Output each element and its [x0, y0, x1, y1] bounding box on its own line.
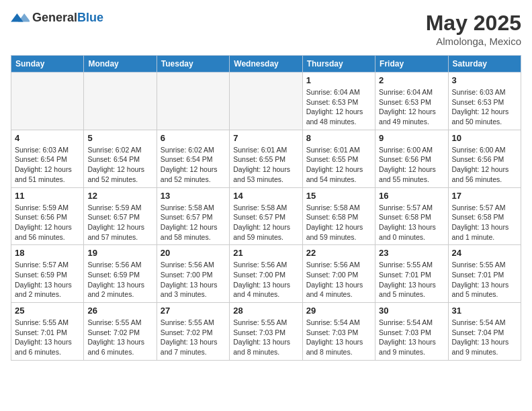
day-info: Sunrise: 5:55 AMSunset: 7:01 PMDaylight:… [379, 260, 444, 300]
logo-text-general: General [32, 11, 77, 24]
calendar-cell: 18Sunrise: 5:57 AMSunset: 6:59 PMDayligh… [11, 245, 84, 303]
day-info: Sunrise: 5:55 AMSunset: 7:01 PMDaylight:… [15, 318, 80, 357]
calendar-cell: 16Sunrise: 5:57 AMSunset: 6:58 PMDayligh… [375, 187, 448, 245]
day-info: Sunrise: 5:55 AMSunset: 7:03 PMDaylight:… [233, 318, 298, 357]
calendar-header: SundayMondayTuesdayWednesdayThursdayFrid… [11, 56, 521, 73]
calendar-week-row: 18Sunrise: 5:57 AMSunset: 6:59 PMDayligh… [11, 245, 521, 303]
calendar-cell: 2Sunrise: 6:04 AMSunset: 6:53 PMDaylight… [375, 73, 448, 130]
day-info: Sunrise: 6:00 AMSunset: 6:56 PMDaylight:… [452, 145, 517, 185]
calendar-title: May 2025 [426, 11, 521, 36]
day-number: 28 [233, 306, 298, 316]
day-of-week-header: Saturday [448, 56, 521, 73]
day-number: 16 [379, 191, 444, 201]
header-row: SundayMondayTuesdayWednesdayThursdayFrid… [11, 56, 521, 73]
day-number: 25 [15, 306, 80, 316]
calendar-body: 1Sunrise: 6:04 AMSunset: 6:53 PMDaylight… [11, 73, 521, 361]
calendar-cell: 17Sunrise: 5:57 AMSunset: 6:58 PMDayligh… [448, 187, 521, 245]
logo-icon [11, 11, 30, 25]
title-block: May 2025 Almolonga, Mexico [426, 11, 521, 47]
day-of-week-header: Friday [375, 56, 448, 73]
day-info: Sunrise: 5:54 AMSunset: 7:04 PMDaylight:… [452, 318, 517, 357]
day-number: 30 [379, 306, 444, 316]
day-number: 7 [233, 133, 298, 143]
day-info: Sunrise: 5:57 AMSunset: 6:59 PMDaylight:… [15, 260, 80, 300]
day-number: 9 [379, 133, 444, 143]
calendar-week-row: 25Sunrise: 5:55 AMSunset: 7:01 PMDayligh… [11, 303, 521, 361]
day-info: Sunrise: 6:02 AMSunset: 6:54 PMDaylight:… [87, 145, 152, 185]
day-number: 23 [379, 248, 444, 258]
calendar-location: Almolonga, Mexico [426, 36, 521, 47]
day-number: 6 [161, 133, 226, 143]
day-number: 10 [452, 133, 517, 143]
calendar-cell [11, 73, 84, 130]
day-number: 29 [306, 306, 371, 316]
day-info: Sunrise: 5:57 AMSunset: 6:58 PMDaylight:… [452, 203, 517, 242]
day-info: Sunrise: 5:56 AMSunset: 7:00 PMDaylight:… [161, 260, 226, 300]
calendar-cell: 5Sunrise: 6:02 AMSunset: 6:54 PMDaylight… [84, 130, 157, 187]
calendar-cell: 26Sunrise: 5:55 AMSunset: 7:02 PMDayligh… [84, 303, 157, 361]
day-info: Sunrise: 5:58 AMSunset: 6:58 PMDaylight:… [306, 203, 371, 242]
calendar-cell [84, 73, 157, 130]
logo-text-blue: Blue [77, 11, 103, 24]
day-of-week-header: Wednesday [230, 56, 302, 73]
day-of-week-header: Thursday [302, 56, 375, 73]
day-info: Sunrise: 5:55 AMSunset: 7:02 PMDaylight:… [161, 318, 226, 357]
calendar-cell: 10Sunrise: 6:00 AMSunset: 6:56 PMDayligh… [448, 130, 521, 187]
day-info: Sunrise: 5:56 AMSunset: 6:59 PMDaylight:… [87, 260, 152, 300]
calendar-cell: 11Sunrise: 5:59 AMSunset: 6:56 PMDayligh… [11, 187, 84, 245]
day-number: 1 [306, 75, 371, 85]
day-number: 26 [87, 306, 152, 316]
calendar-cell: 7Sunrise: 6:01 AMSunset: 6:55 PMDaylight… [230, 130, 302, 187]
day-number: 17 [452, 191, 517, 201]
day-number: 14 [233, 191, 298, 201]
day-info: Sunrise: 5:57 AMSunset: 6:58 PMDaylight:… [379, 203, 444, 242]
day-info: Sunrise: 5:56 AMSunset: 7:00 PMDaylight:… [233, 260, 298, 300]
day-info: Sunrise: 6:04 AMSunset: 6:53 PMDaylight:… [379, 87, 444, 127]
page-header: GeneralBlue May 2025 Almolonga, Mexico [11, 11, 521, 47]
calendar-cell: 21Sunrise: 5:56 AMSunset: 7:00 PMDayligh… [230, 245, 302, 303]
day-number: 12 [87, 191, 152, 201]
calendar-cell: 4Sunrise: 6:03 AMSunset: 6:54 PMDaylight… [11, 130, 84, 187]
logo: GeneralBlue [11, 11, 103, 25]
calendar-week-row: 11Sunrise: 5:59 AMSunset: 6:56 PMDayligh… [11, 187, 521, 245]
day-number: 3 [452, 75, 517, 85]
day-number: 31 [452, 306, 517, 316]
calendar-cell: 1Sunrise: 6:04 AMSunset: 6:53 PMDaylight… [302, 73, 375, 130]
calendar-cell: 19Sunrise: 5:56 AMSunset: 6:59 PMDayligh… [84, 245, 157, 303]
calendar-cell: 6Sunrise: 6:02 AMSunset: 6:54 PMDaylight… [157, 130, 229, 187]
day-info: Sunrise: 5:59 AMSunset: 6:57 PMDaylight:… [87, 203, 152, 242]
day-info: Sunrise: 6:04 AMSunset: 6:53 PMDaylight:… [306, 87, 371, 127]
day-info: Sunrise: 6:01 AMSunset: 6:55 PMDaylight:… [306, 145, 371, 185]
day-of-week-header: Tuesday [157, 56, 229, 73]
day-number: 21 [233, 248, 298, 258]
calendar-cell: 20Sunrise: 5:56 AMSunset: 7:00 PMDayligh… [157, 245, 229, 303]
calendar-cell: 29Sunrise: 5:54 AMSunset: 7:03 PMDayligh… [302, 303, 375, 361]
day-info: Sunrise: 6:01 AMSunset: 6:55 PMDaylight:… [233, 145, 298, 185]
day-info: Sunrise: 6:03 AMSunset: 6:54 PMDaylight:… [15, 145, 80, 185]
day-number: 22 [306, 248, 371, 258]
calendar-week-row: 4Sunrise: 6:03 AMSunset: 6:54 PMDaylight… [11, 130, 521, 187]
calendar-cell: 8Sunrise: 6:01 AMSunset: 6:55 PMDaylight… [302, 130, 375, 187]
day-info: Sunrise: 5:58 AMSunset: 6:57 PMDaylight:… [161, 203, 226, 242]
day-info: Sunrise: 5:54 AMSunset: 7:03 PMDaylight:… [306, 318, 371, 357]
day-info: Sunrise: 6:03 AMSunset: 6:53 PMDaylight:… [452, 87, 517, 127]
day-info: Sunrise: 6:00 AMSunset: 6:56 PMDaylight:… [379, 145, 444, 185]
day-number: 13 [161, 191, 226, 201]
day-info: Sunrise: 5:58 AMSunset: 6:57 PMDaylight:… [233, 203, 298, 242]
day-number: 24 [452, 248, 517, 258]
day-of-week-header: Monday [84, 56, 157, 73]
day-number: 8 [306, 133, 371, 143]
calendar-cell [157, 73, 229, 130]
calendar-cell: 9Sunrise: 6:00 AMSunset: 6:56 PMDaylight… [375, 130, 448, 187]
calendar-cell: 13Sunrise: 5:58 AMSunset: 6:57 PMDayligh… [157, 187, 229, 245]
calendar-cell: 28Sunrise: 5:55 AMSunset: 7:03 PMDayligh… [230, 303, 302, 361]
calendar-cell: 12Sunrise: 5:59 AMSunset: 6:57 PMDayligh… [84, 187, 157, 245]
day-number: 27 [161, 306, 226, 316]
calendar-cell: 15Sunrise: 5:58 AMSunset: 6:58 PMDayligh… [302, 187, 375, 245]
calendar-cell: 25Sunrise: 5:55 AMSunset: 7:01 PMDayligh… [11, 303, 84, 361]
calendar-cell: 22Sunrise: 5:56 AMSunset: 7:00 PMDayligh… [302, 245, 375, 303]
day-number: 18 [15, 248, 80, 258]
day-info: Sunrise: 5:59 AMSunset: 6:56 PMDaylight:… [15, 203, 80, 242]
day-number: 5 [87, 133, 152, 143]
day-info: Sunrise: 5:55 AMSunset: 7:01 PMDaylight:… [452, 260, 517, 300]
